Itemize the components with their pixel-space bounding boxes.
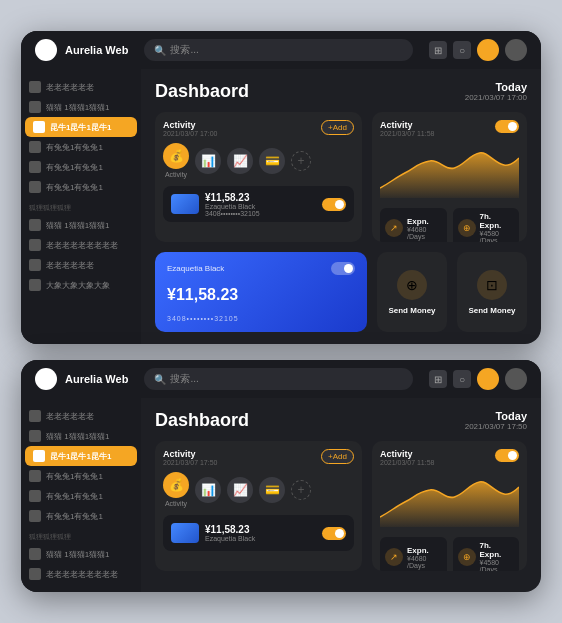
send-money-card-2[interactable]: ⊡ Send Money xyxy=(457,252,527,332)
content-header: Dashbaord Today 2021/03/07 17:00 xyxy=(155,81,527,102)
bottom-mini-toggle[interactable] xyxy=(322,527,346,540)
right-card-header: Activity 2021/03/07 11:58 xyxy=(380,120,519,137)
add-button[interactable]: +Add xyxy=(321,120,354,135)
bottom-sidebar-icon-7 xyxy=(29,548,41,560)
sidebar-icon-8 xyxy=(29,239,41,251)
main-layout: 老老老老老老 猫猫 1猫猫1猫猫1 昆牛1昆牛1昆牛1 有兔兔1有兔兔1 有兔兔… xyxy=(21,69,541,344)
sidebar-item-10[interactable]: 大象大象大象大象 xyxy=(21,275,141,295)
user-avatar-gray[interactable] xyxy=(505,39,527,61)
sidebar-item-7[interactable]: 猫猫 1猫猫1猫猫1 xyxy=(21,215,141,235)
bottom-sidebar-item-3[interactable]: 有兔兔1有兔兔1 xyxy=(21,466,141,486)
sidebar-icon-4 xyxy=(29,161,41,173)
expen-sub-2: ¥4580 /Days xyxy=(480,230,515,242)
bottom-expen-row: ↗ Expn. ¥4680 /Days ⊕ 7h. Expn. ¥4580 /D… xyxy=(380,537,519,571)
bottom-sidebar-label-1: 猫猫 1猫猫1猫猫1 xyxy=(46,431,110,442)
bottom-add-icon-circle[interactable]: + xyxy=(291,480,311,500)
bottom-user-avatar-gray[interactable] xyxy=(505,368,527,390)
bottom-mini-amount: ¥11,58.23 xyxy=(205,524,316,535)
bottom-sidebar-item-4[interactable]: 有兔兔1有兔兔1 xyxy=(21,486,141,506)
sidebar-icon-3 xyxy=(29,141,41,153)
bottom-sidebar-item-1[interactable]: 猫猫 1猫猫1猫猫1 xyxy=(21,426,141,446)
bottom-sidebar-label-0: 老老老老老老 xyxy=(46,411,94,422)
expen-label-1: Expn. xyxy=(407,217,442,226)
send-money-label-1: Send Money xyxy=(388,306,435,315)
activity-icon-2[interactable]: 📈 xyxy=(227,148,253,174)
sidebar-item-1[interactable]: 猫猫 1猫猫1猫猫1 xyxy=(21,97,141,117)
bottom-notification-icon[interactable]: ⊞ xyxy=(429,370,447,388)
sidebar-label-9: 老老老老老老 xyxy=(46,260,94,271)
bottom-activity-icon-2[interactable]: 📈 xyxy=(227,477,253,503)
mini-card-number: 3408••••••••32105 xyxy=(205,210,316,217)
sidebar-item-2[interactable]: 昆牛1昆牛1昆牛1 xyxy=(25,117,137,137)
mini-card-area: ¥11,58.23 Ezaquetia Black 3408••••••••32… xyxy=(163,186,354,222)
sidebar-item-3[interactable]: 有兔兔1有兔兔1 xyxy=(21,137,141,157)
credit-card: Ezaquetia Black ¥11,58.23 3408••••••••32… xyxy=(155,252,367,332)
bottom-act-icon-label-0: Activity xyxy=(165,500,187,507)
bottom-app-name: Aurelia Web xyxy=(65,373,128,385)
send-money-icon-1: ⊕ xyxy=(397,270,427,300)
sidebar-icon-10 xyxy=(29,279,41,291)
bottom-activity-icon-3[interactable]: 💳 xyxy=(259,477,285,503)
bottom-expen-icon-2: ⊕ xyxy=(458,548,476,566)
act-icon-wrapper-1: 📊 xyxy=(195,148,221,174)
mini-card-chip xyxy=(171,194,199,214)
sidebar-item-8[interactable]: 老老老老老老老老老 xyxy=(21,235,141,255)
activity-icon-1[interactable]: 📊 xyxy=(195,148,221,174)
search-bar[interactable]: 🔍 搜索... xyxy=(144,39,413,61)
expen-info-2: 7h. Expn. ¥4580 /Days xyxy=(480,212,515,242)
bottom-main-layout: 老老老老老老 猫猫 1猫猫1猫猫1 昆牛1昆牛1昆牛1 有兔兔1有兔兔1 有兔兔… xyxy=(21,398,541,592)
bottom-sidebar-item-0[interactable]: 老老老老老老 xyxy=(21,406,141,426)
activity-icon-3[interactable]: 💳 xyxy=(259,148,285,174)
bottom-sidebar-item-2[interactable]: 昆牛1昆牛1昆牛1 xyxy=(25,446,137,466)
bottom-sidebar-item-8[interactable]: 老老老老老老老老老 xyxy=(21,564,141,584)
top-bar: Aurelia Web 🔍 搜索... ⊞ ○ xyxy=(21,31,541,69)
today-text: Today xyxy=(465,81,527,93)
bottom-add-button[interactable]: +Add xyxy=(321,449,354,464)
cc-toggle[interactable] xyxy=(331,262,355,275)
bottom-expen-info-1: Expn. ¥4680 /Days xyxy=(407,546,442,569)
mini-amount: ¥11,58.23 xyxy=(205,192,316,203)
bottom-sidebar-item-7[interactable]: 猫猫 1猫猫1猫猫1 xyxy=(21,544,141,564)
bottom-left-card-title: Activity xyxy=(163,449,218,459)
send-money-card-1[interactable]: ⊕ Send Money xyxy=(377,252,447,332)
sidebar-item-4[interactable]: 有兔兔1有兔兔1 xyxy=(21,157,141,177)
bottom-chat-icon[interactable]: ○ xyxy=(453,370,471,388)
bottom-left-card-header: Activity 2021/03/07 17:50 +Add xyxy=(163,449,354,466)
sidebar-item-0[interactable]: 老老老老老老 xyxy=(21,77,141,97)
bottom-wave-chart xyxy=(380,472,519,527)
bottom-act-icon-wrapper-2: 📈 xyxy=(227,477,253,503)
bottom-user-avatar-orange[interactable] xyxy=(477,368,499,390)
sidebar-label-5: 有兔兔1有兔兔1 xyxy=(46,182,103,193)
bottom-expen-label-1: Expn. xyxy=(407,546,442,555)
bottom-right-card-header: Activity 2021/03/07 11:58 xyxy=(380,449,519,466)
mini-toggle[interactable] xyxy=(322,198,346,211)
user-avatar-orange[interactable] xyxy=(477,39,499,61)
bottom-activity-icon-1[interactable]: 📊 xyxy=(195,477,221,503)
expen-item-1: ↗ Expn. ¥4680 /Days xyxy=(380,208,447,242)
bottom-sidebar-item-5[interactable]: 有兔兔1有兔兔1 xyxy=(21,506,141,526)
add-icon-circle[interactable]: + xyxy=(291,151,311,171)
sidebar-item-9[interactable]: 老老老老老老 xyxy=(21,255,141,275)
bottom-sidebar-label-7: 猫猫 1猫猫1猫猫1 xyxy=(46,549,110,560)
card-toggle[interactable] xyxy=(495,120,519,133)
bottom-activity-icons-row: 💰 Activity 📊 📈 💳 + xyxy=(163,472,354,507)
bottom-activity-icon-0[interactable]: 💰 xyxy=(163,472,189,498)
bottom-search-bar[interactable]: 🔍 搜索... xyxy=(144,368,413,390)
mini-card-info: ¥11,58.23 Ezaquetia Black 3408••••••••32… xyxy=(205,192,316,217)
sidebar-item-5[interactable]: 有兔兔1有兔兔1 xyxy=(21,177,141,197)
cc-name: Ezaquetia Black xyxy=(167,264,224,273)
sidebar-icon-9 xyxy=(29,259,41,271)
right-card-title-area: Activity 2021/03/07 11:58 xyxy=(380,120,435,137)
bottom-mini-card-area: ¥11,58.23 Ezaquetia Black xyxy=(163,515,354,551)
search-icon: 🔍 xyxy=(154,45,166,56)
send-money-label-2: Send Money xyxy=(468,306,515,315)
notification-icon[interactable]: ⊞ xyxy=(429,41,447,59)
bottom-sidebar-icon-3 xyxy=(29,470,41,482)
chat-icon[interactable]: ○ xyxy=(453,41,471,59)
sidebar-icon-5 xyxy=(29,181,41,193)
bottom-expen-icon-1: ↗ xyxy=(385,548,403,566)
activity-icon-0[interactable]: 💰 xyxy=(163,143,189,169)
expen-info-1: Expn. ¥4680 /Days xyxy=(407,217,442,240)
bottom-sidebar-label-5: 有兔兔1有兔兔1 xyxy=(46,511,103,522)
bottom-card-toggle[interactable] xyxy=(495,449,519,462)
